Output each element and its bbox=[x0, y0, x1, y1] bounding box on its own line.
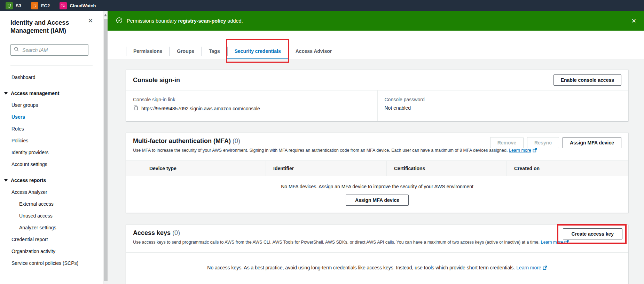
banner-prefix: Permissions boundary bbox=[127, 18, 176, 24]
sidebar-nav-item[interactable]: Access Analyzer bbox=[0, 186, 103, 198]
console-signin-title: Console sign-in bbox=[133, 77, 180, 84]
sidebar-nav-item[interactable]: Roles bbox=[0, 123, 103, 135]
access-keys-header: Access keys (0) Use access keys to send … bbox=[126, 225, 628, 253]
shortcut-ec2[interactable]: EC2 bbox=[31, 2, 50, 9]
sidebar-header: Identity and Access Management (IAM) ✕ bbox=[0, 11, 103, 35]
mfa-count: (0) bbox=[233, 137, 240, 144]
sidebar-nav-item-label: Users bbox=[11, 114, 25, 120]
console-signin-link-field: Console sign-in link https://95699485709… bbox=[126, 90, 377, 121]
top-service-bar: S3 EC2 CloudWatch bbox=[0, 0, 644, 11]
assign-mfa-device-button[interactable]: Assign MFA device bbox=[563, 137, 621, 148]
mfa-column-header: Device type bbox=[142, 161, 266, 176]
tab[interactable]: Tags bbox=[202, 43, 227, 59]
sidebar-nav-item[interactable]: Policies bbox=[0, 135, 103, 147]
sidebar-nav-item[interactable]: Access reports bbox=[0, 174, 103, 186]
sidebar-nav-item-label: Account settings bbox=[11, 161, 47, 167]
sidebar-nav-item[interactable]: Account settings bbox=[0, 158, 103, 170]
access-keys-title: Access keys bbox=[133, 229, 171, 236]
shortcut-s3[interactable]: S3 bbox=[6, 2, 21, 9]
tab[interactable]: Security credentials bbox=[227, 43, 288, 59]
tab[interactable]: Permissions bbox=[126, 43, 170, 59]
access-keys-empty-learn-more-link[interactable]: Learn more bbox=[516, 265, 541, 270]
iam-search-box[interactable] bbox=[10, 44, 88, 56]
enable-console-access-button[interactable]: Enable console access bbox=[553, 74, 621, 86]
sidebar-nav-item-label: Unused access bbox=[19, 213, 53, 219]
iam-sidebar: Identity and Access Management (IAM) ✕ D… bbox=[0, 11, 103, 284]
scroll-up-arrow-icon[interactable] bbox=[104, 14, 107, 16]
sidebar-nav-item[interactable]: External access bbox=[0, 198, 103, 210]
sidebar-nav-item-label: Service control policies (SCPs) bbox=[11, 260, 78, 266]
access-keys-empty-state: No access keys. As a best practice, avoi… bbox=[126, 253, 628, 284]
console-password-label: Console password bbox=[385, 97, 622, 102]
mfa-learn-more-link[interactable]: Learn more bbox=[509, 148, 531, 153]
sidebar-nav-item[interactable]: Access management bbox=[0, 87, 103, 99]
create-access-key-button[interactable]: Create access key bbox=[563, 228, 622, 239]
mfa-actions: Remove Resync Assign MFA device bbox=[490, 137, 621, 148]
sidebar-nav-item[interactable]: Credential report bbox=[0, 234, 103, 245]
access-keys-description: Use access keys to send programmatic cal… bbox=[133, 240, 621, 245]
sidebar-nav-item-label: Roles bbox=[11, 126, 24, 132]
sidebar-nav: Dashboard Access management User groups … bbox=[0, 71, 103, 269]
sidebar-nav-item[interactable]: User groups bbox=[0, 99, 103, 111]
check-circle-icon bbox=[116, 17, 123, 25]
tabs-band: Permissions Groups Tags Security credent… bbox=[108, 31, 644, 59]
console-password-field: Console password Not enabled bbox=[377, 90, 629, 121]
banner-suffix: added. bbox=[227, 18, 243, 24]
shortcut-label: CloudWatch bbox=[70, 3, 96, 8]
mfa-column-header: Identifier bbox=[266, 161, 386, 176]
user-detail-tabs: Permissions Groups Tags Security credent… bbox=[126, 43, 628, 59]
create-access-key-wrap: Create access key bbox=[563, 228, 622, 239]
access-keys-card: Access keys (0) Use access keys to send … bbox=[126, 224, 628, 284]
copy-icon[interactable] bbox=[133, 105, 139, 112]
sidebar-nav-item[interactable]: Identity providers bbox=[0, 147, 103, 158]
external-link-icon bbox=[543, 266, 547, 271]
shortcut-cloudwatch[interactable]: CloudWatch bbox=[60, 2, 96, 9]
tab-label: Permissions bbox=[133, 48, 162, 54]
tab-label: Tags bbox=[209, 48, 220, 54]
sidebar-divider bbox=[10, 65, 93, 66]
sidebar-nav-item[interactable]: Dashboard bbox=[0, 71, 103, 83]
sidebar-nav-item[interactable]: Service control policies (SCPs) bbox=[0, 257, 103, 269]
scrollbar-thumb[interactable] bbox=[104, 19, 108, 281]
remove-mfa-button[interactable]: Remove bbox=[490, 137, 524, 148]
search-input[interactable] bbox=[22, 47, 86, 53]
sidebar-nav-item[interactable]: Unused access bbox=[0, 210, 103, 222]
tab-label: Groups bbox=[177, 48, 194, 54]
sidebar-title: Identity and Access Management (IAM) bbox=[10, 19, 80, 35]
console-password-value: Not enabled bbox=[385, 105, 411, 111]
sidebar-nav-item-label: Credential report bbox=[11, 237, 48, 242]
mfa-table-header: Device type Identifier Certifications Cr… bbox=[126, 160, 628, 176]
console-signin-card: Console sign-in Enable console access Co… bbox=[126, 70, 628, 121]
sidebar-nav-item-label: Dashboard bbox=[11, 74, 36, 80]
banner-message: Permissions boundary registry-scan-polic… bbox=[127, 18, 243, 24]
sidebar-nav-item-label: External access bbox=[19, 201, 54, 207]
shortcut-label: S3 bbox=[16, 3, 21, 8]
sidebar-nav-item-label: Identity providers bbox=[11, 150, 49, 155]
mfa-description: Use MFA to increase the security of your… bbox=[133, 148, 621, 153]
sidebar-nav-item[interactable]: Users bbox=[0, 111, 103, 123]
resync-mfa-button[interactable]: Resync bbox=[527, 137, 559, 148]
access-keys-count: (0) bbox=[172, 229, 180, 236]
access-keys-empty-text: No access keys. As a best practice, avoi… bbox=[207, 265, 515, 270]
tab-label: Security credentials bbox=[235, 48, 281, 54]
banner-policy-name: registry-scan-policy bbox=[178, 18, 226, 24]
tab[interactable]: Access Advisor bbox=[288, 43, 339, 59]
mfa-column-header: Certifications bbox=[386, 161, 506, 176]
sidebar-nav-item[interactable]: Organization activity bbox=[0, 245, 103, 257]
sidebar-nav-item-label: Access reports bbox=[11, 178, 46, 183]
tab-label: Access Advisor bbox=[296, 48, 332, 54]
console-signin-link-value[interactable]: https://956994857092.signin.aws.amazon.c… bbox=[141, 106, 260, 111]
banner-close-icon[interactable]: ✕ bbox=[631, 18, 636, 24]
s3-bucket-icon bbox=[6, 2, 13, 9]
access-keys-learn-more-link[interactable]: Learn more bbox=[541, 240, 563, 245]
console-signin-header: Console sign-in Enable console access bbox=[126, 70, 628, 90]
console-signin-body: Console sign-in link https://95699485709… bbox=[126, 90, 628, 121]
sidebar-nav-item[interactable]: Analyzer settings bbox=[0, 222, 103, 234]
shortcut-label: EC2 bbox=[41, 3, 50, 8]
assign-mfa-device-empty-button[interactable]: Assign MFA device bbox=[346, 195, 409, 206]
tab[interactable]: Groups bbox=[170, 43, 202, 59]
sidebar-scrollbar[interactable] bbox=[103, 11, 108, 284]
sidebar-nav-item-label: Access management bbox=[11, 90, 59, 96]
caret-down-icon bbox=[4, 179, 8, 182]
sidebar-close-icon[interactable]: ✕ bbox=[88, 17, 93, 24]
